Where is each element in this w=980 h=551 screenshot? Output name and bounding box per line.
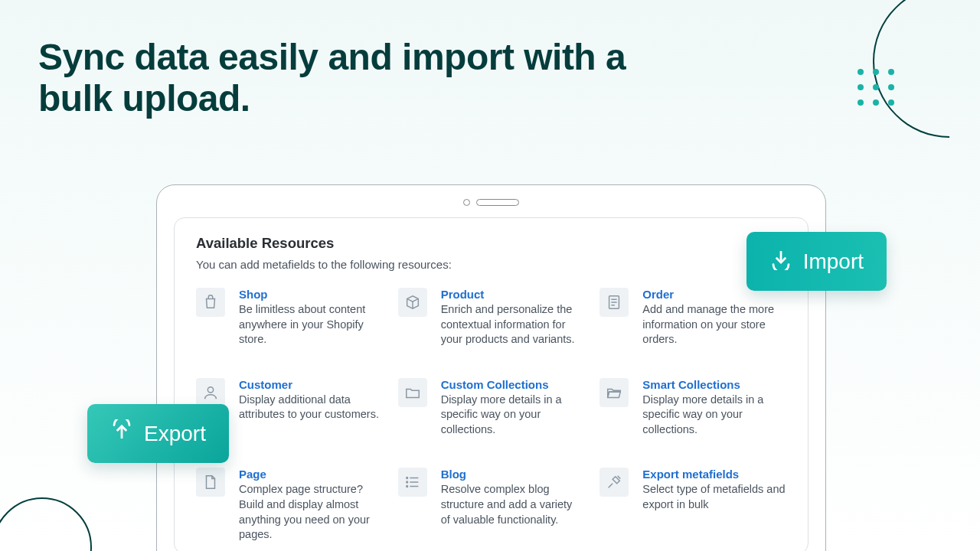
resources-panel: Available Resources You can add metafiel…: [174, 217, 808, 551]
file-icon: [196, 468, 225, 497]
resource-desc: Select type of metafields and export in …: [642, 482, 786, 512]
resource-item-custom-collections[interactable]: Custom Collections Display more details …: [398, 378, 585, 438]
bag-icon: [196, 288, 225, 317]
svg-point-4: [406, 486, 407, 487]
decorative-dot-grid: [858, 69, 894, 106]
resource-desc: Enrich and personalize the contextual in…: [441, 302, 585, 347]
resource-desc: Display more details in a specific way o…: [642, 393, 786, 438]
document-icon: [599, 288, 629, 317]
svg-point-1: [207, 386, 213, 392]
resource-desc: Resolve complex blog structure and add a…: [441, 482, 585, 527]
resource-desc: Add and manage the more information on y…: [642, 302, 786, 347]
import-button[interactable]: Import: [746, 232, 887, 291]
resource-item-shop[interactable]: Shop Be limitless about content anywhere…: [196, 288, 383, 347]
tablet-top-bar: [157, 196, 825, 208]
resource-item-page[interactable]: Page Complex page structure? Build and d…: [196, 468, 383, 542]
resource-item-smart-collections[interactable]: Smart Collections Display more details i…: [599, 378, 786, 438]
resource-title[interactable]: Custom Collections: [441, 378, 585, 391]
resource-title[interactable]: Smart Collections: [642, 378, 786, 391]
resource-item-order[interactable]: Order Add and manage the more informatio…: [599, 288, 786, 347]
resource-desc: Complex page structure? Build and displa…: [239, 482, 383, 542]
resource-desc: Display additional data attributes to yo…: [239, 393, 383, 422]
resource-title[interactable]: Blog: [441, 468, 585, 481]
tablet-camera-icon: [463, 199, 470, 206]
resource-desc: Display more details in a specific way o…: [441, 393, 585, 438]
page-headline: Sync data easily and import with a bulk …: [38, 37, 628, 119]
panel-subtitle: You can add metafields to the following …: [196, 258, 786, 271]
resource-title[interactable]: Export metafields: [642, 468, 786, 481]
tools-icon: [599, 468, 629, 497]
upload-icon: [110, 419, 133, 448]
folder-icon: [398, 378, 427, 407]
resource-title[interactable]: Customer: [239, 378, 383, 391]
user-icon: [196, 378, 225, 407]
resource-title[interactable]: Product: [441, 288, 585, 301]
resource-item-export-metafields[interactable]: Export metafields Select type of metafie…: [599, 468, 786, 542]
import-label: Import: [803, 249, 864, 274]
svg-point-3: [406, 481, 407, 483]
resource-desc: Be limitless about content anywhere in y…: [239, 302, 383, 347]
decorative-circle: [0, 497, 92, 551]
svg-point-2: [406, 478, 407, 479]
export-label: Export: [144, 422, 206, 446]
list-icon: [398, 468, 427, 497]
resource-title[interactable]: Page: [239, 468, 383, 481]
resource-title[interactable]: Shop: [239, 288, 383, 301]
resource-item-product[interactable]: Product Enrich and personalize the conte…: [398, 288, 585, 347]
tablet-speaker-icon: [476, 199, 519, 206]
export-button[interactable]: Export: [87, 404, 229, 463]
folder-open-icon: [599, 378, 629, 407]
resource-item-blog[interactable]: Blog Resolve complex blog structure and …: [398, 468, 585, 542]
box-icon: [398, 288, 427, 317]
download-icon: [769, 247, 792, 276]
resources-grid: Shop Be limitless about content anywhere…: [196, 288, 786, 543]
tablet-frame: Available Resources You can add metafiel…: [156, 184, 826, 551]
panel-title: Available Resources: [196, 235, 786, 252]
